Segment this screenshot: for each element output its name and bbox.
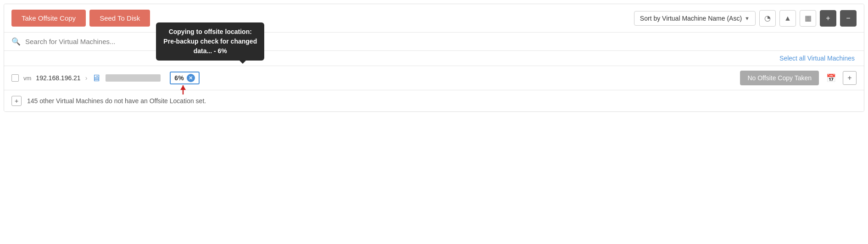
info-icon: ◔ xyxy=(764,14,771,22)
vm-row: vm 192.168.196.21 › 🖥 Copying to offsite… xyxy=(4,66,864,90)
warning-icon-button[interactable]: ▲ xyxy=(779,10,796,27)
search-icon: 🔍 xyxy=(11,37,21,46)
take-offsite-button[interactable]: Take Offsite Copy xyxy=(11,10,86,27)
add-icon: + xyxy=(826,14,830,22)
progress-cancel-button[interactable]: ✕ xyxy=(187,74,195,82)
vm-arrow-icon: › xyxy=(85,74,88,82)
vm-add-button[interactable]: + xyxy=(843,71,857,85)
monitor-icon: 🖥 xyxy=(92,73,101,83)
vm-add-icon: + xyxy=(847,74,851,82)
expand-button[interactable]: + xyxy=(11,96,22,106)
no-offsite-button[interactable]: No Offsite Copy Taken xyxy=(740,71,819,85)
vm-checkbox[interactable] xyxy=(11,74,19,82)
progress-area: Copying to offsite location: Pre-backup … xyxy=(170,72,199,84)
minus-icon: − xyxy=(846,14,850,22)
toolbar: Take Offsite Copy Seed To Disk Sort by V… xyxy=(4,4,864,33)
vm-ip: 192.168.196.21 xyxy=(36,74,80,82)
calendar-icon: 📅 xyxy=(826,73,836,83)
seed-to-disk-button[interactable]: Seed To Disk xyxy=(89,10,150,27)
calendar-filter-button[interactable]: ▦ xyxy=(800,10,816,27)
progress-percent: 6% xyxy=(174,74,184,82)
select-all-row: Select all Virtual Machines xyxy=(4,51,864,66)
chevron-down-icon: ▼ xyxy=(745,16,750,21)
expand-icon: + xyxy=(15,97,18,105)
remove-button[interactable]: − xyxy=(840,10,857,27)
other-vms-text: 145 other Virtual Machines do not have a… xyxy=(27,97,206,105)
search-bar: 🔍 xyxy=(4,33,864,51)
calendar-icon-button[interactable]: 📅 xyxy=(823,71,838,85)
svg-marker-1 xyxy=(180,85,186,90)
sort-dropdown[interactable]: Sort by Virtual Machine Name (Asc) ▼ xyxy=(634,11,756,26)
calendar-filter-icon: ▦ xyxy=(805,14,812,22)
select-all-link[interactable]: Select all Virtual Machines xyxy=(779,55,855,62)
sort-label: Sort by Virtual Machine Name (Asc) xyxy=(640,15,742,22)
vm-name-bar xyxy=(106,74,161,82)
add-button[interactable]: + xyxy=(820,10,836,27)
other-vms-row: + 145 other Virtual Machines do not have… xyxy=(4,90,864,111)
main-container: Take Offsite Copy Seed To Disk Sort by V… xyxy=(4,4,864,112)
progress-box: 6% ✕ xyxy=(170,72,199,84)
warning-icon: ▲ xyxy=(784,14,791,22)
info-icon-button[interactable]: ◔ xyxy=(759,10,776,27)
vm-label: vm xyxy=(23,75,31,82)
search-input[interactable] xyxy=(25,38,857,45)
